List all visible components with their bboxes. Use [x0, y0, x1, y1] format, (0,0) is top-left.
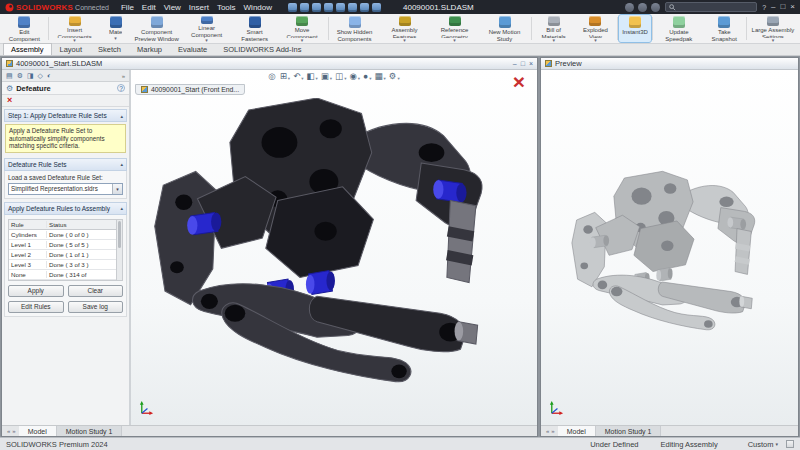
- ribbon-button-mate[interactable]: Mate ▾: [100, 15, 132, 42]
- rule-set-dropdown[interactable]: Simplified Representation.sldrs: [8, 183, 123, 195]
- zoom-to-area-icon[interactable]: ⊞ ▾: [280, 72, 290, 81]
- pm-help-icon[interactable]: ?: [117, 84, 125, 92]
- preview-tab-model[interactable]: Model: [558, 426, 596, 436]
- apply-button[interactable]: Apply: [8, 285, 64, 297]
- document-window-titlebar[interactable]: 40090001_Start.SLDASM: [2, 58, 537, 70]
- cancel-button[interactable]: [7, 96, 12, 105]
- search-box[interactable]: [665, 2, 757, 12]
- edit-appearance-icon[interactable]: ● ▾: [363, 72, 371, 81]
- rule-table-row[interactable]: Level 2 Done ( 1 of 1 ): [9, 250, 116, 260]
- assembly-model[interactable]: [139, 98, 519, 397]
- ribbon-button-insert-components[interactable]: Insert Components ▾: [50, 15, 100, 42]
- tab-scroll-arrows[interactable]: [4, 426, 19, 436]
- configurations-icon[interactable]: ◨: [27, 72, 34, 80]
- tab-assembly[interactable]: Assembly: [3, 43, 52, 55]
- preview-tab-motion-study-1[interactable]: Motion Study 1: [596, 426, 662, 436]
- tab-solidworks-add-ins[interactable]: SOLIDWORKS Add-Ins: [215, 43, 309, 55]
- rule-table-row[interactable]: Level 3 Done ( 3 of 3 ): [9, 260, 116, 270]
- step-header[interactable]: Step 1: Apply Defeature Rule Sets: [4, 109, 127, 122]
- scrollbar-thumb[interactable]: [118, 221, 121, 248]
- preview-model[interactable]: [569, 159, 769, 351]
- user-icon[interactable]: [651, 3, 660, 12]
- ribbon-button-move-component[interactable]: Move Component ▾: [278, 15, 327, 42]
- ribbon-button-edit-component[interactable]: Edit Component: [2, 15, 47, 42]
- tab-model[interactable]: Model: [19, 426, 57, 436]
- section-view-icon[interactable]: ◧ ▾: [307, 72, 318, 81]
- menu-edit[interactable]: Edit: [142, 3, 156, 12]
- ribbon-group-divider: [328, 17, 329, 40]
- cancel-defeature-button[interactable]: [513, 72, 525, 91]
- close-button[interactable]: [790, 3, 795, 11]
- view-orientation-icon[interactable]: ▣ ▾: [321, 72, 332, 81]
- notifications-icon[interactable]: [638, 3, 647, 12]
- ribbon-button-large-assembly-settings[interactable]: Large Assembly Settings ▾: [748, 15, 798, 42]
- ribbon-button-component-preview-window[interactable]: Component Preview Window: [132, 15, 182, 42]
- property-manager-icon[interactable]: ⚙: [17, 72, 23, 80]
- menu-window[interactable]: Window: [244, 3, 272, 12]
- document-minimize-button[interactable]: [513, 60, 517, 67]
- ribbon-button-smart-fasteners[interactable]: Smart Fasteners: [232, 15, 278, 42]
- ribbon-button-new-motion-study[interactable]: New Motion Study: [480, 15, 530, 42]
- expand-pane-icon[interactable]: »: [122, 73, 125, 79]
- ribbon-button-instant3d[interactable]: Instant3D: [619, 15, 651, 42]
- print-icon[interactable]: [324, 3, 333, 12]
- pane-toggle-icon[interactable]: [786, 440, 794, 448]
- tab-layout[interactable]: Layout: [52, 43, 91, 55]
- rule-table-row[interactable]: Level 1 Done ( 5 of 5 ): [9, 240, 116, 250]
- help-icon[interactable]: ?: [762, 4, 766, 11]
- rule-sets-group-header[interactable]: Defeature Rule Sets: [4, 158, 127, 171]
- back-arrow-icon[interactable]: [288, 3, 297, 12]
- forward-arrow-icon[interactable]: [300, 3, 309, 12]
- hide-show-items-icon[interactable]: ◉ ▾: [349, 72, 360, 81]
- minimize-button[interactable]: [771, 3, 775, 11]
- tab-evaluate[interactable]: Evaluate: [170, 43, 215, 55]
- maximize-button[interactable]: [780, 3, 785, 11]
- clear-button[interactable]: Clear: [68, 285, 124, 297]
- zoom-to-fit-icon[interactable]: ◎: [268, 72, 276, 81]
- tab-markup[interactable]: Markup: [129, 43, 170, 55]
- document-tab[interactable]: 40090001_Start (Front End...: [135, 84, 245, 95]
- feature-tree-icon[interactable]: ▤: [6, 72, 13, 80]
- rule-table-row[interactable]: None Done ( 314 of: [9, 270, 116, 280]
- custom-dropdown[interactable]: Custom: [748, 440, 778, 449]
- display-manager-icon[interactable]: ◐: [47, 72, 51, 80]
- chevron-down-icon[interactable]: [112, 184, 122, 194]
- preview-titlebar[interactable]: Preview: [541, 58, 798, 70]
- save-icon[interactable]: [312, 3, 321, 12]
- ribbon-button-exploded-view[interactable]: Exploded View ▾: [575, 15, 616, 42]
- ribbon-button-update-speedpak[interactable]: Update Speedpak: [654, 15, 704, 42]
- edit-rules-button[interactable]: Edit Rules: [8, 301, 64, 313]
- menu-file[interactable]: File: [121, 3, 134, 12]
- redo-icon[interactable]: [348, 3, 357, 12]
- graphics-viewport[interactable]: ◎ ⊞ ▾ ↶ ▾ ◧ ▾ ▣ ▾ ◫ ▾ ◉ ▾ ● ▾ ▦ ▾ ⚙ ▾ 40…: [131, 70, 537, 425]
- search-input[interactable]: [679, 3, 753, 12]
- save-log-button[interactable]: Save log: [68, 301, 124, 313]
- document-restore-button[interactable]: [521, 60, 525, 67]
- dimxpert-icon[interactable]: ◇: [38, 72, 43, 80]
- tab-motion-study-1[interactable]: Motion Study 1: [57, 426, 123, 436]
- preview-viewport[interactable]: [541, 70, 798, 425]
- ribbon-button-reference-geometry[interactable]: Reference Geometry ▾: [430, 15, 480, 42]
- previous-view-icon[interactable]: ↶ ▾: [293, 72, 303, 81]
- apply-scene-icon[interactable]: ▦ ▾: [375, 72, 386, 81]
- ribbon-button-take-snapshot[interactable]: Take Snapshot: [704, 15, 745, 42]
- options-icon[interactable]: [372, 3, 381, 12]
- tab-scroll-arrows[interactable]: [543, 426, 558, 436]
- ribbon-button-show-hidden-components[interactable]: Show Hidden Components: [330, 15, 380, 42]
- rule-table-row[interactable]: Cylinders Done ( 0 of 0 ): [9, 230, 116, 240]
- table-scrollbar[interactable]: [116, 220, 122, 280]
- view-settings-icon[interactable]: ⚙ ▾: [389, 72, 400, 81]
- menu-view[interactable]: View: [164, 3, 181, 12]
- ribbon-button-bill-of-materials[interactable]: Bill of Materials ▾: [532, 15, 574, 42]
- apply-rules-group-header[interactable]: Apply Defeature Rules to Assembly: [4, 202, 127, 215]
- sync-icon[interactable]: [625, 3, 634, 12]
- document-close-button[interactable]: [529, 60, 533, 67]
- menu-insert[interactable]: Insert: [189, 3, 209, 12]
- undo-icon[interactable]: [336, 3, 345, 12]
- ribbon-button-assembly-features[interactable]: Assembly Features ▾: [380, 15, 430, 42]
- ribbon-button-linear-component-pattern[interactable]: Linear Component Pattern ▾: [182, 15, 232, 42]
- rebuild-icon[interactable]: [360, 3, 369, 12]
- display-style-icon[interactable]: ◫ ▾: [335, 72, 346, 81]
- tab-sketch[interactable]: Sketch: [90, 43, 129, 55]
- menu-tools[interactable]: Tools: [217, 3, 236, 12]
